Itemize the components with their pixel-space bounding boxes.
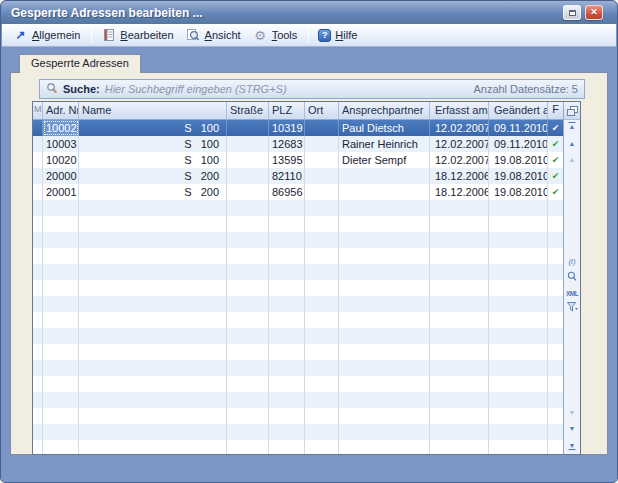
cell-f[interactable]: ✔ xyxy=(548,184,563,200)
cell-ansprechpartner[interactable]: Dieter Sempf xyxy=(339,152,430,168)
tab-gesperrte-adressen[interactable]: Gesperrte Adressen xyxy=(19,54,141,73)
cell-marker[interactable] xyxy=(33,168,43,184)
cell-plz[interactable]: 86956 xyxy=(269,184,305,200)
table-row-empty[interactable] xyxy=(33,424,563,440)
cell-erfasst-am[interactable]: 18.12.2006 xyxy=(430,168,489,184)
cell-adr-nr[interactable]: 20001 xyxy=(43,184,79,200)
table-row-empty[interactable] xyxy=(33,408,563,424)
table-row-empty[interactable] xyxy=(33,440,563,454)
cell-ansprechpartner[interactable] xyxy=(339,168,430,184)
cell-marker[interactable] xyxy=(33,120,43,136)
close-button[interactable]: ✕ xyxy=(585,5,603,20)
cell-f[interactable]: ✔ xyxy=(548,120,563,136)
cell-ansprechpartner[interactable] xyxy=(339,184,430,200)
table-row-empty[interactable] xyxy=(33,344,563,360)
column-chooser-button[interactable] xyxy=(564,102,580,120)
cell-ansprechpartner[interactable]: Paul Dietsch xyxy=(339,120,430,136)
cell-name[interactable]: S 200 xyxy=(79,184,227,200)
column-header-name[interactable]: Name xyxy=(79,102,227,119)
prev-page-button[interactable]: ▲ xyxy=(564,139,580,148)
column-header-ort[interactable]: Ort xyxy=(305,102,339,119)
cell-strasse[interactable] xyxy=(227,168,269,184)
menu-item-allgemein[interactable]: ↗ Allgemein xyxy=(8,26,87,44)
cell-geaendert-am[interactable]: 19.08.2010 xyxy=(489,152,548,168)
cell-adr-nr[interactable]: 10020 xyxy=(43,152,79,168)
maximize-button[interactable] xyxy=(563,5,581,20)
cell-strasse[interactable] xyxy=(227,152,269,168)
table-row-empty[interactable] xyxy=(33,360,563,376)
cell-erfasst-am[interactable]: 12.02.2007 xyxy=(430,120,489,136)
cell-f[interactable]: ✔ xyxy=(548,136,563,152)
table-row-empty[interactable] xyxy=(33,376,563,392)
cell-plz[interactable]: 12683 xyxy=(269,136,305,152)
cell-erfasst-am[interactable]: 18.12.2006 xyxy=(430,184,489,200)
search-zoom-button[interactable] xyxy=(564,271,580,284)
cell-strasse[interactable] xyxy=(227,120,269,136)
cell-geaendert-am[interactable]: 09.11.2010 xyxy=(489,120,548,136)
column-header-f[interactable]: F xyxy=(548,102,564,119)
cell-marker[interactable] xyxy=(33,184,43,200)
cell-name[interactable]: S 200 xyxy=(79,168,227,184)
cell-ort[interactable] xyxy=(305,136,339,152)
cell-ort[interactable] xyxy=(305,168,339,184)
cell-ort[interactable] xyxy=(305,120,339,136)
table-row-empty[interactable] xyxy=(33,248,563,264)
cell-plz[interactable]: 82110 xyxy=(269,168,305,184)
table-row[interactable]: 10020S 10013595Dieter Sempf12.02.200719.… xyxy=(33,152,563,168)
table-row-empty[interactable] xyxy=(33,296,563,312)
column-header-geaendert-am[interactable]: Geändert am xyxy=(489,102,548,119)
table-row-empty[interactable] xyxy=(33,232,563,248)
cell-ort[interactable] xyxy=(305,152,339,168)
cell-geaendert-am[interactable]: 09.11.2010 xyxy=(489,136,548,152)
table-row[interactable]: 20000S 2008211018.12.200619.08.2010✔ xyxy=(33,168,563,184)
menu-item-bearbeiten[interactable]: Bearbeiten xyxy=(96,26,180,44)
info-button[interactable]: (i) xyxy=(564,257,580,266)
table-row[interactable]: 20001S 2008695618.12.200619.08.2010✔ xyxy=(33,184,563,200)
go-last-button[interactable]: ▼ xyxy=(564,441,580,450)
column-header-marker[interactable]: M xyxy=(33,102,43,119)
cell-f[interactable]: ✔ xyxy=(548,168,563,184)
filter-button[interactable] xyxy=(564,302,580,314)
cell-erfasst-am[interactable]: 12.02.2007 xyxy=(430,136,489,152)
table-row[interactable]: 10002S 10010319Paul Dietsch12.02.200709.… xyxy=(33,120,563,136)
cell-ansprechpartner[interactable]: Rainer Heinrich xyxy=(339,136,430,152)
table-row-empty[interactable] xyxy=(33,328,563,344)
table-row-empty[interactable] xyxy=(33,264,563,280)
cell-strasse[interactable] xyxy=(227,184,269,200)
search-bar[interactable]: Suche: Hier Suchbegriff eingeben (STRG+S… xyxy=(39,79,585,99)
table-row-empty[interactable] xyxy=(33,216,563,232)
prev-record-button[interactable]: ▲ xyxy=(564,155,580,164)
cell-ort[interactable] xyxy=(305,184,339,200)
menu-item-ansicht[interactable]: Ansicht xyxy=(181,26,248,44)
cell-name[interactable]: S 100 xyxy=(79,152,227,168)
cell-adr-nr[interactable]: 10002 xyxy=(43,120,79,136)
cell-geaendert-am[interactable]: 19.08.2010 xyxy=(489,184,548,200)
menu-item-tools[interactable]: ⚙ Tools xyxy=(248,26,305,44)
xml-export-button[interactable]: XML xyxy=(564,289,580,298)
cell-name[interactable]: S 100 xyxy=(79,136,227,152)
cell-erfasst-am[interactable]: 12.02.2007 xyxy=(430,152,489,168)
cell-marker[interactable] xyxy=(33,152,43,168)
cell-adr-nr[interactable]: 20000 xyxy=(43,168,79,184)
table-row-empty[interactable] xyxy=(33,280,563,296)
cell-name[interactable]: S 100 xyxy=(79,120,227,136)
menu-item-hilfe[interactable]: ? Hilfe xyxy=(313,27,364,44)
cell-marker[interactable] xyxy=(33,136,43,152)
table-row-empty[interactable] xyxy=(33,312,563,328)
cell-adr-nr[interactable]: 10003 xyxy=(43,136,79,152)
cell-f[interactable]: ✔ xyxy=(548,152,563,168)
cell-plz[interactable]: 10319 xyxy=(269,120,305,136)
next-page-button[interactable]: ▼ xyxy=(564,424,580,433)
next-record-button[interactable]: ▼ xyxy=(564,408,580,417)
column-header-erfasst-am[interactable]: Erfasst am xyxy=(430,102,489,119)
column-header-strasse[interactable]: Straße xyxy=(227,102,269,119)
table-row-empty[interactable] xyxy=(33,392,563,408)
table-row[interactable]: 10003S 10012683Rainer Heinrich12.02.2007… xyxy=(33,136,563,152)
column-header-plz[interactable]: PLZ xyxy=(269,102,305,119)
table-row-empty[interactable] xyxy=(33,200,563,216)
column-header-adr-nr[interactable]: Adr. Nr. xyxy=(43,102,79,119)
cell-strasse[interactable] xyxy=(227,136,269,152)
go-first-button[interactable]: ▲ xyxy=(564,122,580,131)
cell-plz[interactable]: 13595 xyxy=(269,152,305,168)
cell-geaendert-am[interactable]: 19.08.2010 xyxy=(489,168,548,184)
